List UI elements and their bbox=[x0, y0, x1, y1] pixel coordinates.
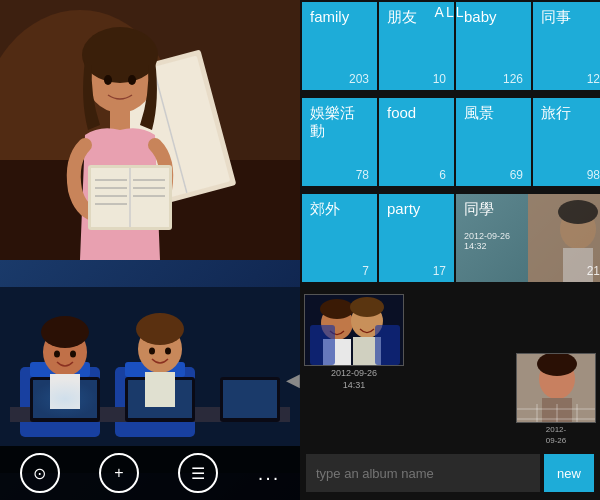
tile-yule-label: 娛樂活動 bbox=[310, 104, 369, 140]
photo-item-1[interactable]: 2012-09-2614:31 bbox=[304, 294, 404, 391]
svg-rect-55 bbox=[310, 325, 335, 365]
more-options-button[interactable]: ... bbox=[258, 462, 281, 485]
tile-fengjing-label: 風景 bbox=[464, 104, 523, 122]
tile-tongshi-count: 12 bbox=[587, 72, 600, 86]
tile-tongxue-label: 同學 bbox=[464, 200, 600, 218]
top-photo-area bbox=[0, 0, 300, 260]
svg-point-42 bbox=[165, 348, 171, 355]
tile-baby-count: 126 bbox=[503, 72, 523, 86]
camera-icon: ⊙ bbox=[33, 464, 46, 483]
svg-point-8 bbox=[104, 75, 112, 85]
add-button[interactable]: + bbox=[99, 453, 139, 493]
tile-jiaowai[interactable]: 郊外 7 bbox=[302, 194, 377, 282]
tile-party-count: 17 bbox=[433, 264, 446, 278]
svg-point-37 bbox=[136, 313, 184, 345]
camera-button[interactable]: ⊙ bbox=[20, 453, 60, 493]
svg-point-9 bbox=[128, 75, 136, 85]
tile-food[interactable]: food 6 bbox=[379, 98, 454, 186]
tile-party[interactable]: party 17 bbox=[379, 194, 454, 282]
left-panel: ◀ ⊙ + ☰ ... bbox=[0, 0, 300, 500]
photo-thumb-1 bbox=[304, 294, 404, 366]
svg-point-41 bbox=[149, 348, 155, 355]
plus-icon: + bbox=[114, 464, 123, 482]
tile-fengjing[interactable]: 風景 69 bbox=[456, 98, 531, 186]
svg-rect-43 bbox=[33, 380, 97, 418]
tile-jiaowai-count: 7 bbox=[362, 264, 369, 278]
tile-food-label: food bbox=[387, 104, 446, 122]
tile-party-label: party bbox=[387, 200, 446, 218]
new-button[interactable]: new bbox=[544, 454, 594, 492]
photo-item-2[interactable]: 2012-09-26 bbox=[516, 353, 596, 446]
all-label: ALL bbox=[435, 4, 466, 20]
photos-strip: 2012-09-2614:31 bbox=[300, 290, 600, 450]
tile-family[interactable]: family 203 bbox=[302, 2, 377, 90]
tile-lvxing[interactable]: 旅行 98 bbox=[533, 98, 600, 186]
svg-point-34 bbox=[41, 316, 89, 348]
tile-tongshi-label: 同事 bbox=[541, 8, 600, 26]
svg-rect-56 bbox=[375, 325, 400, 365]
menu-button[interactable]: ☰ bbox=[178, 453, 218, 493]
album-name-input[interactable] bbox=[306, 454, 540, 492]
tile-family-count: 203 bbox=[349, 72, 369, 86]
tile-food-count: 6 bbox=[439, 168, 446, 182]
tile-lvxing-count: 98 bbox=[587, 168, 600, 182]
tile-pengyou-count: 10 bbox=[433, 72, 446, 86]
tile-baby[interactable]: baby 126 bbox=[456, 2, 531, 90]
tile-fengjing-count: 69 bbox=[510, 168, 523, 182]
left-arrow-icon: ◀ bbox=[286, 369, 300, 391]
tiles-grid: family 203 朋友 10 baby 126 同事 12 娛樂活動 78 … bbox=[300, 0, 600, 290]
tile-tongshi[interactable]: 同事 12 bbox=[533, 2, 600, 90]
bottom-input-area: new bbox=[300, 446, 600, 500]
tile-tongxue-content: 同學 2012-09-26 14:32 21 bbox=[464, 200, 600, 278]
tile-family-label: family bbox=[310, 8, 369, 26]
tile-tongxue[interactable]: 同學 2012-09-26 14:32 21 bbox=[456, 194, 600, 282]
tile-jiaowai-label: 郊外 bbox=[310, 200, 369, 218]
app-container: ◀ ⊙ + ☰ ... ALL family bbox=[0, 0, 600, 500]
bottom-toolbar: ⊙ + ☰ ... bbox=[0, 446, 300, 500]
tile-yule[interactable]: 娛樂活動 78 bbox=[302, 98, 377, 186]
photo-thumb-2 bbox=[516, 353, 596, 423]
tile-lvxing-label: 旅行 bbox=[541, 104, 600, 122]
photo-date-1: 2012-09-2614:31 bbox=[331, 368, 377, 391]
menu-icon: ☰ bbox=[191, 464, 205, 483]
girl-photo bbox=[0, 0, 300, 260]
svg-rect-32 bbox=[223, 380, 277, 418]
svg-point-50 bbox=[320, 299, 354, 319]
tile-yule-count: 78 bbox=[356, 168, 369, 182]
tile-baby-label: baby bbox=[464, 8, 523, 26]
svg-point-40 bbox=[70, 351, 76, 358]
right-panel: ALL family 203 朋友 10 baby 126 同事 12 娛樂 bbox=[300, 0, 600, 500]
svg-point-7 bbox=[82, 27, 158, 83]
svg-point-39 bbox=[54, 351, 60, 358]
photo-date-2: 2012-09-26 bbox=[546, 425, 566, 446]
svg-point-52 bbox=[350, 297, 384, 317]
dots-icon: ... bbox=[258, 462, 281, 484]
svg-rect-38 bbox=[145, 372, 175, 407]
tile-tongxue-count: 21 bbox=[587, 264, 600, 278]
